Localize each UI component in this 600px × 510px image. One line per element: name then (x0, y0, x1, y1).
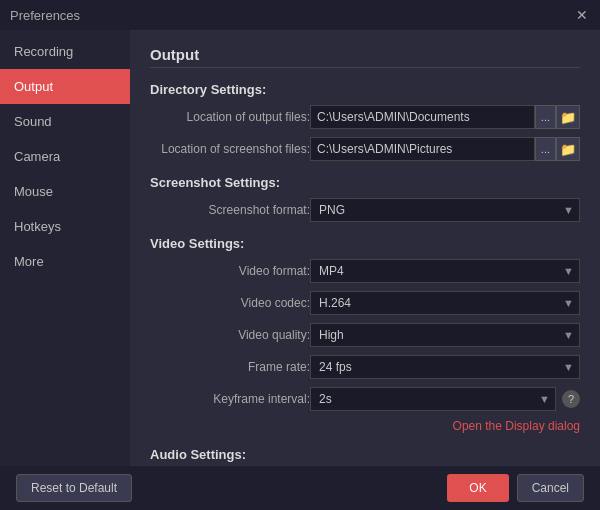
video-codec-row: Video codec: H.264 H.265 VP9 ▼ (150, 291, 580, 315)
screenshot-format-select[interactable]: PNG JPG BMP (310, 198, 580, 222)
video-format-select-wrapper: MP4 AVI MOV MKV ▼ (310, 259, 580, 283)
screenshot-files-label: Location of screenshot files: (150, 142, 310, 156)
display-dialog-link[interactable]: Open the Display dialog (453, 419, 580, 433)
screenshot-format-row: Screenshot format: PNG JPG BMP ▼ (150, 198, 580, 222)
frame-rate-select-wrapper: 24 fps 30 fps 60 fps ▼ (310, 355, 580, 379)
reset-to-default-button[interactable]: Reset to Default (16, 474, 132, 502)
main-content: Output Directory Settings: Location of o… (130, 30, 600, 466)
screenshot-path-dots-button[interactable]: ... (535, 137, 556, 161)
video-format-select[interactable]: MP4 AVI MOV MKV (310, 259, 580, 283)
screenshot-settings-title: Screenshot Settings: (150, 175, 580, 190)
close-button[interactable]: ✕ (574, 7, 590, 23)
output-files-row: Location of output files: ... 📁 (150, 105, 580, 129)
sidebar-item-output[interactable]: Output (0, 69, 130, 104)
video-quality-select-wrapper: High Medium Low ▼ (310, 323, 580, 347)
screenshot-format-select-wrapper: PNG JPG BMP ▼ (310, 198, 580, 222)
frame-rate-label: Frame rate: (150, 360, 310, 374)
screenshot-files-row: Location of screenshot files: ... 📁 (150, 137, 580, 161)
screenshot-path-input[interactable] (310, 137, 535, 161)
video-codec-select-wrapper: H.264 H.265 VP9 ▼ (310, 291, 580, 315)
sidebar-item-mouse[interactable]: Mouse (0, 174, 130, 209)
output-folder-button[interactable]: 📁 (556, 105, 580, 129)
content-area: Recording Output Sound Camera Mouse Hotk… (0, 30, 600, 466)
folder-icon: 📁 (560, 110, 576, 125)
footer-right-buttons: OK Cancel (447, 474, 584, 502)
video-settings-title: Video Settings: (150, 236, 580, 251)
keyframe-interval-row: Keyframe interval: 1s 2s 3s 4s 5s ▼ ? (150, 387, 580, 411)
output-path-dots-button[interactable]: ... (535, 105, 556, 129)
sidebar-item-camera[interactable]: Camera (0, 139, 130, 174)
screenshot-files-input-group: ... 📁 (310, 137, 580, 161)
output-path-input[interactable] (310, 105, 535, 129)
sidebar-item-sound[interactable]: Sound (0, 104, 130, 139)
page-title: Output (150, 46, 580, 68)
sidebar-item-more[interactable]: More (0, 244, 130, 279)
keyframe-interval-label: Keyframe interval: (150, 392, 310, 406)
video-quality-label: Video quality: (150, 328, 310, 342)
output-files-label: Location of output files: (150, 110, 310, 124)
output-files-input-group: ... 📁 (310, 105, 580, 129)
folder-icon-2: 📁 (560, 142, 576, 157)
audio-settings-title: Audio Settings: (150, 447, 580, 462)
sidebar: Recording Output Sound Camera Mouse Hotk… (0, 30, 130, 466)
directory-settings-title: Directory Settings: (150, 82, 580, 97)
keyframe-interval-select[interactable]: 1s 2s 3s 4s 5s (310, 387, 556, 411)
keyframe-help-icon[interactable]: ? (562, 390, 580, 408)
video-quality-row: Video quality: High Medium Low ▼ (150, 323, 580, 347)
video-format-row: Video format: MP4 AVI MOV MKV ▼ (150, 259, 580, 283)
frame-rate-select[interactable]: 24 fps 30 fps 60 fps (310, 355, 580, 379)
screenshot-folder-button[interactable]: 📁 (556, 137, 580, 161)
video-codec-select[interactable]: H.264 H.265 VP9 (310, 291, 580, 315)
video-format-label: Video format: (150, 264, 310, 278)
titlebar: Preferences ✕ (0, 0, 600, 30)
screenshot-format-label: Screenshot format: (150, 203, 310, 217)
preferences-window: Preferences ✕ Recording Output Sound Cam… (0, 0, 600, 510)
display-dialog-row: Open the Display dialog (150, 419, 580, 433)
video-quality-select[interactable]: High Medium Low (310, 323, 580, 347)
keyframe-interval-select-wrapper: 1s 2s 3s 4s 5s ▼ (310, 387, 556, 411)
cancel-button[interactable]: Cancel (517, 474, 584, 502)
window-title: Preferences (10, 8, 80, 23)
video-codec-label: Video codec: (150, 296, 310, 310)
sidebar-item-hotkeys[interactable]: Hotkeys (0, 209, 130, 244)
sidebar-item-recording[interactable]: Recording (0, 34, 130, 69)
footer: Reset to Default OK Cancel (0, 466, 600, 510)
ok-button[interactable]: OK (447, 474, 508, 502)
frame-rate-row: Frame rate: 24 fps 30 fps 60 fps ▼ (150, 355, 580, 379)
